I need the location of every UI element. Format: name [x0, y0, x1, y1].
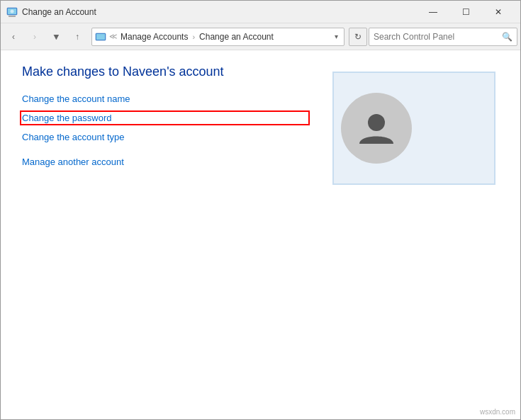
app-icon	[6, 6, 18, 18]
forward-button[interactable]: ›	[25, 27, 45, 47]
user-icon	[355, 107, 398, 149]
recent-button[interactable]: ⯆	[46, 27, 66, 47]
refresh-button[interactable]: ↻	[349, 28, 367, 46]
refresh-icon: ↻	[354, 32, 362, 42]
breadcrumb-manage: Manage Accounts	[121, 32, 188, 42]
minimize-button[interactable]: —	[417, 1, 449, 23]
svg-point-3	[11, 9, 14, 13]
action-links: Change the account name Change the passw…	[22, 93, 308, 167]
search-icon[interactable]: 🔍	[502, 32, 512, 42]
address-icon	[95, 31, 106, 42]
close-button[interactable]: ✕	[482, 1, 515, 23]
svg-rect-1	[9, 16, 16, 17]
nav-bar: ‹ › ⯆ ↑ ≪ Manage Accounts › Change an Ac…	[1, 23, 520, 50]
change-password-link[interactable]: Change the password	[22, 113, 308, 123]
breadcrumb-separator: ≪	[109, 32, 118, 41]
change-name-link[interactable]: Change the account name	[22, 93, 308, 104]
breadcrumb-change: Change an Account	[199, 32, 274, 42]
up-button[interactable]: ↑	[67, 27, 87, 47]
avatar-frame	[332, 72, 495, 185]
avatar-area	[329, 64, 499, 185]
watermark: wsxdn.com	[480, 408, 515, 416]
window-title: Change an Account	[22, 7, 417, 17]
avatar	[341, 93, 412, 164]
page-heading: Make changes to Naveen's account	[22, 64, 308, 79]
back-button[interactable]: ‹	[4, 27, 23, 47]
search-bar[interactable]: 🔍	[369, 28, 517, 46]
address-bar[interactable]: ≪ Manage Accounts › Change an Account ▾	[91, 28, 344, 46]
main-content: Make changes to Naveen's account Change …	[1, 50, 520, 199]
svg-rect-5	[96, 34, 105, 40]
manage-another-link[interactable]: Manage another account	[22, 157, 308, 167]
svg-point-6	[368, 114, 385, 131]
window-controls: — ☐ ✕	[417, 1, 515, 23]
maximize-button[interactable]: ☐	[449, 1, 482, 23]
left-panel: Make changes to Naveen's account Change …	[22, 64, 308, 185]
address-dropdown-icon: ▾	[335, 33, 338, 40]
search-input[interactable]	[374, 32, 499, 42]
change-type-link[interactable]: Change the account type	[22, 132, 308, 142]
title-bar: Change an Account — ☐ ✕	[1, 1, 520, 23]
